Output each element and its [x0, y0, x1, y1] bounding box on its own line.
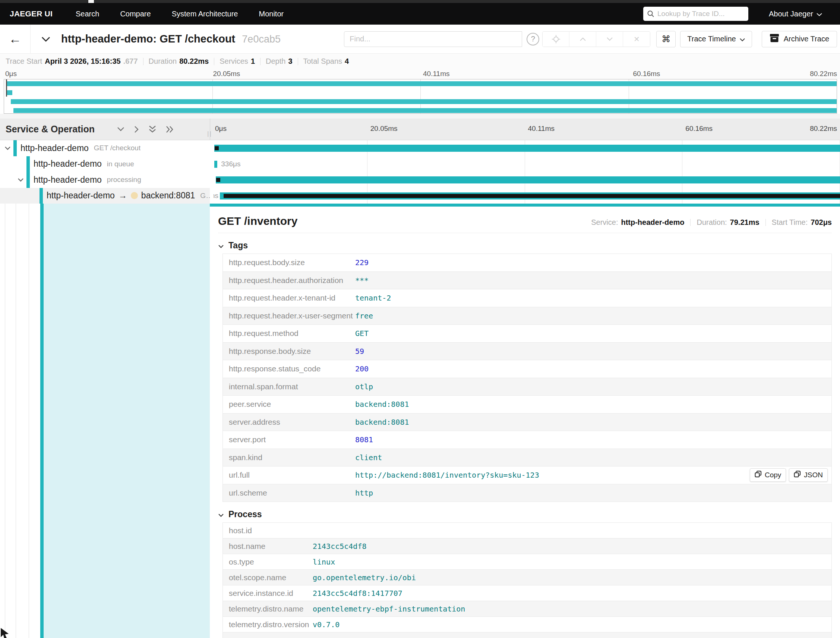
span-duration-bar[interactable] [214, 161, 217, 168]
trace-lookup-input[interactable] [657, 10, 745, 18]
tree-indent-guides [0, 204, 210, 638]
find-input[interactable] [344, 31, 522, 47]
prev-result-button[interactable] [570, 32, 596, 47]
span-expander-chevron-down-icon[interactable] [5, 146, 11, 150]
span-row[interactable]: http-header-demo→backend:8081GET ...79.2… [0, 188, 840, 204]
keyboard-shortcuts-button[interactable]: ⌘ [656, 31, 676, 47]
collapse-trace-chevron-down-icon[interactable] [41, 36, 51, 42]
minimap-span-bar [11, 99, 837, 104]
expand-all-icon[interactable] [166, 126, 174, 133]
kv-value: http://backend:8081/inventory?sku=sku-12… [355, 470, 539, 480]
span-detail-title: GET /inventory [218, 215, 297, 228]
kv-row[interactable]: http.request.header.x-user-segmentfree [223, 307, 831, 325]
timeline-tick-label: 20.05ms [213, 70, 240, 78]
kv-row[interactable]: http.request.methodGET [223, 325, 831, 343]
kv-row[interactable]: telemetry.distro.versionv0.7.0 [223, 617, 831, 632]
kv-value: 229 [355, 258, 369, 267]
span-duration-bar[interactable] [216, 176, 840, 184]
kv-row[interactable]: url.fullhttp://backend:8081/inventory?sk… [223, 467, 831, 484]
detail-meta-separator [766, 219, 766, 226]
nav-item-system-architecture[interactable]: System Architecture [172, 10, 238, 18]
app-logo[interactable]: JAEGER UI [10, 9, 52, 18]
peer-service-dot [131, 192, 138, 199]
kv-row[interactable]: http.request.header.authorization*** [223, 272, 831, 290]
trace-title-service: http-header-demo: [61, 33, 156, 45]
span-detail-panel: GET /inventory Service:http-header-demoD… [210, 204, 840, 638]
kv-row[interactable]: server.port8081 [223, 431, 831, 449]
kv-row[interactable]: http.response.status_code200 [223, 360, 831, 378]
kv-row[interactable]: host.name2143cc5c4df8 [223, 538, 831, 554]
span-row-tree-cell[interactable]: http-header-demoGET /checkout [0, 140, 210, 156]
collapse-all-icon[interactable] [149, 125, 156, 133]
archive-trace-button[interactable]: Archive Trace [762, 31, 837, 47]
nav-item-search[interactable]: Search [76, 10, 99, 18]
span-row-timeline-cell[interactable] [210, 172, 840, 188]
detail-meta-label: Duration: [696, 218, 727, 227]
kv-row[interactable]: internal.span.formatotlp [223, 378, 831, 396]
span-expander-chevron-down-icon[interactable] [17, 178, 24, 182]
find-help-icon[interactable]: ? [527, 33, 539, 46]
span-row-timeline-cell[interactable]: 336μs [210, 156, 840, 172]
kv-value: *** [355, 276, 369, 285]
span-duration-bar[interactable] [214, 145, 840, 152]
span-row[interactable]: http-header-demoGET /checkout [0, 140, 840, 156]
timeline-tick-label: 80.22ms [810, 70, 837, 78]
kv-key: http.response.status_code [223, 364, 355, 373]
json-button[interactable]: JSON [789, 469, 828, 482]
kv-value: v0.7.0 [313, 620, 339, 629]
span-detail-meta: Service:http-header-demoDuration:79.21ms… [591, 218, 832, 227]
kv-row[interactable]: peer.servicebackend:8081 [223, 396, 831, 413]
trace-view-select[interactable]: Trace Timeline [680, 31, 752, 47]
trace-id-short: 7e0cab5 [242, 33, 281, 45]
jaeger-trace-page: JAEGER UI SearchCompareSystem Architectu… [0, 0, 840, 638]
collapse-one-icon[interactable] [117, 127, 125, 131]
kv-row[interactable]: otel.scope.namego.opentelemetry.io/obi [223, 570, 831, 586]
minimap-drag-handle[interactable] [6, 79, 7, 97]
span-row-tree-cell[interactable]: http-header-demoprocessing [0, 172, 210, 188]
kv-row[interactable]: service.instance.id2143cc5c4df8:1417707 [223, 586, 831, 601]
indent-guide [5, 204, 5, 638]
window-notch [88, 0, 94, 3]
span-row-tree-cell[interactable]: http-header-demoin queue [0, 156, 210, 172]
span-row[interactable]: http-header-demoprocessing [0, 172, 840, 188]
arrow-right-icon: → [118, 190, 127, 201]
kv-row[interactable]: host.id [223, 523, 831, 538]
kv-row[interactable]: server.addressbackend:8081 [223, 413, 831, 431]
span-operation-name: GET ... [200, 192, 210, 200]
peer-service-name: backend:8081 [141, 190, 195, 201]
span-row-timeline-cell[interactable]: 79.21ms [210, 188, 840, 204]
nav-item-monitor[interactable]: Monitor [259, 10, 284, 18]
section-header-process[interactable]: Process [218, 509, 262, 519]
kv-row[interactable]: os.typelinux [223, 554, 831, 570]
kv-key: internal.span.format [223, 382, 355, 391]
next-result-button[interactable] [596, 32, 623, 47]
timeline-tick-label: 0μs [215, 125, 227, 133]
clear-search-button[interactable]: ✕ [623, 32, 650, 47]
kv-value: GET [355, 329, 369, 338]
back-button[interactable]: ← [0, 25, 30, 53]
span-row-timeline-cell[interactable] [210, 140, 840, 156]
nav-item-compare[interactable]: Compare [120, 10, 150, 18]
kv-row[interactable]: url.schemehttp [223, 484, 831, 502]
about-jaeger-menu[interactable]: About Jaeger [769, 10, 822, 18]
topnav-items: SearchCompareSystem ArchitectureMonitor [76, 10, 284, 18]
span-row[interactable]: http-header-demoin queue336μs [0, 156, 840, 172]
copy-button[interactable]: Copy [750, 469, 786, 482]
service-operation-header: Service & Operation [6, 124, 95, 135]
minimap-canvas[interactable] [4, 79, 837, 114]
kv-row[interactable]: http.response.body.size59 [223, 343, 831, 361]
kv-row[interactable]: http.request.header.x-tenant-idtenant-2 [223, 289, 831, 307]
trace-lookup-box[interactable] [643, 7, 748, 21]
kv-row[interactable]: http.request.body.size229 [223, 254, 831, 272]
kv-key: http.request.body.size [223, 258, 355, 267]
span-color-bar [27, 172, 30, 188]
trace-title: http-header-demo: GET /checkout 7e0cab5 [61, 33, 281, 45]
span-row-tree-cell[interactable]: http-header-demo→backend:8081GET ... [0, 188, 210, 204]
kv-row[interactable]: span.kindclient [223, 449, 831, 467]
kv-key: telemetry.distro.name [223, 605, 313, 613]
kv-row[interactable]: telemetry.distro.nameopentelemetry-ebpf-… [223, 601, 831, 617]
section-header-tags[interactable]: Tags [218, 241, 248, 250]
focus-span-button[interactable] [543, 32, 570, 47]
kv-value: 2143cc5c4df8:1417707 [313, 589, 403, 598]
expand-one-icon[interactable] [134, 126, 139, 133]
